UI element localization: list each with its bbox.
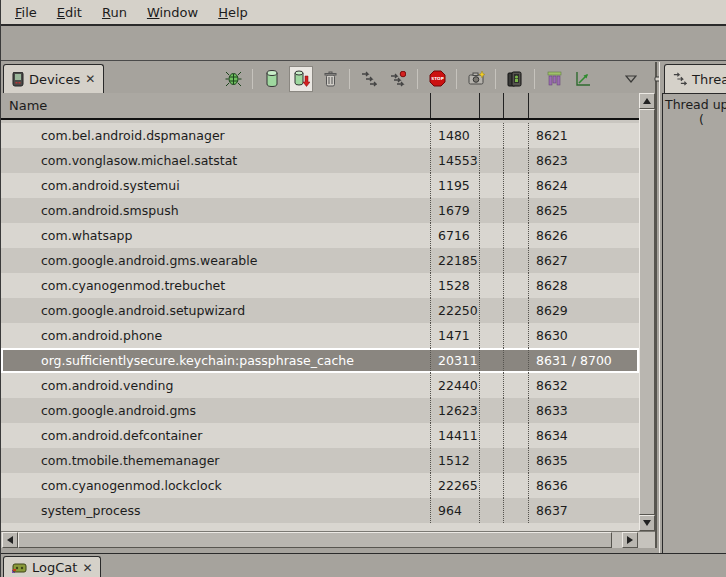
tab-devices-label: Devices bbox=[29, 72, 80, 87]
process-port: 8632 bbox=[529, 373, 639, 398]
tab-logcat[interactable]: LogCat ✕ bbox=[3, 556, 101, 577]
horizontal-scrollbar[interactable] bbox=[1, 531, 655, 548]
view-menu-icon[interactable] bbox=[619, 66, 643, 92]
process-port: 8628 bbox=[529, 273, 639, 298]
screen-capture-icon[interactable] bbox=[464, 66, 488, 92]
process-row[interactable]: com.cyanogenmod.trebuchet 1528 8628 bbox=[1, 273, 639, 298]
process-row[interactable]: com.google.android.gms 12623 8633 bbox=[1, 398, 639, 423]
process-name: com.vonglasow.michael.satstat bbox=[1, 148, 431, 173]
tab-threads-label: Threads bbox=[692, 72, 726, 87]
menu-bar: File Edit Run Window Help bbox=[1, 0, 726, 26]
process-name: com.whatsapp bbox=[1, 223, 431, 248]
column-header-pid[interactable] bbox=[431, 93, 480, 118]
devices-tabbar: Devices ✕ bbox=[1, 62, 655, 93]
process-port: 8631 / 8700 bbox=[529, 348, 639, 373]
process-name: com.bel.android.dspmanager bbox=[1, 123, 431, 148]
process-pid: 22250 bbox=[431, 298, 480, 323]
tab-devices[interactable]: Devices ✕ bbox=[3, 64, 104, 93]
vertical-scrollbar[interactable] bbox=[639, 93, 655, 531]
update-threads-icon[interactable] bbox=[357, 66, 381, 92]
scroll-up-icon[interactable] bbox=[639, 93, 655, 109]
process-row[interactable]: com.android.phone 1471 8630 bbox=[1, 323, 639, 348]
cause-gc-icon[interactable] bbox=[318, 66, 342, 92]
device-view-icon[interactable] bbox=[503, 66, 527, 92]
process-pid: 1195 bbox=[431, 173, 480, 198]
toolbar-separator bbox=[252, 69, 253, 89]
process-row[interactable]: com.bel.android.dspmanager 1480 8621 bbox=[1, 123, 639, 148]
process-pid: 22185 bbox=[431, 248, 480, 273]
stop-process-icon[interactable]: STOP bbox=[425, 66, 449, 92]
vertical-scrollbar-thumb[interactable] bbox=[639, 109, 655, 515]
threads-icon bbox=[673, 72, 687, 86]
process-row[interactable]: com.android.systemui 1195 8624 bbox=[1, 173, 639, 198]
process-pid: 964 bbox=[431, 498, 480, 523]
process-row[interactable]: system_process 964 8637 bbox=[1, 498, 639, 523]
process-row[interactable]: com.google.android.gms.wearable 22185 86… bbox=[1, 248, 639, 273]
process-name: com.google.android.setupwizard bbox=[1, 298, 431, 323]
process-pid: 12623 bbox=[431, 398, 480, 423]
process-row[interactable]: com.google.android.setupwizard 22250 862… bbox=[1, 298, 639, 323]
process-port: 8623 bbox=[529, 148, 639, 173]
process-pid: 1471 bbox=[431, 323, 480, 348]
toolbar-separator bbox=[534, 69, 535, 89]
process-row[interactable]: com.whatsapp 6716 8626 bbox=[1, 223, 639, 248]
column-header-empty2[interactable] bbox=[504, 93, 529, 118]
tab-logcat-label: LogCat bbox=[32, 560, 77, 575]
process-pid: 1679 bbox=[431, 198, 480, 223]
process-row[interactable]: com.cyanogenmod.lockclock 22265 8636 bbox=[1, 473, 639, 498]
threads-message-line1: Thread up bbox=[665, 97, 726, 112]
process-pid: 6716 bbox=[431, 223, 480, 248]
devices-toolbar: STOP bbox=[221, 64, 701, 93]
dump-hprof-icon[interactable] bbox=[289, 66, 313, 92]
horizontal-scrollbar-thumb[interactable] bbox=[18, 532, 612, 548]
tab-devices-close-icon[interactable]: ✕ bbox=[85, 72, 95, 86]
process-port: 8637 bbox=[529, 498, 639, 523]
main-toolbar-strip bbox=[1, 28, 726, 61]
column-header-name[interactable]: Name bbox=[1, 93, 431, 118]
menu-run[interactable]: Run bbox=[92, 2, 137, 23]
process-name: system_process bbox=[1, 498, 431, 523]
process-port: 8635 bbox=[529, 448, 639, 473]
process-port: 8634 bbox=[529, 423, 639, 448]
device-table-body: com.bel.android.dspmanager 1480 8621 com… bbox=[1, 120, 639, 531]
process-row[interactable]: com.android.defcontainer 14411 8634 bbox=[1, 423, 639, 448]
menu-file[interactable]: File bbox=[5, 2, 47, 23]
process-row[interactable]: com.vonglasow.michael.satstat 14553 8623 bbox=[1, 148, 639, 173]
process-port: 8629 bbox=[529, 298, 639, 323]
device-table-header: Name bbox=[1, 93, 639, 120]
logcat-bar: LogCat ✕ bbox=[1, 553, 726, 577]
process-port: 8624 bbox=[529, 173, 639, 198]
process-name: com.cyanogenmod.lockclock bbox=[1, 473, 431, 498]
column-header-empty1[interactable] bbox=[480, 93, 504, 118]
threads-panel: Threads Thread up ( bbox=[659, 62, 726, 553]
debug-process-icon[interactable] bbox=[221, 66, 245, 92]
process-row[interactable]: com.tmobile.thememanager 1512 8635 bbox=[1, 448, 639, 473]
menu-window[interactable]: Window bbox=[137, 2, 208, 23]
process-pid: 20311 bbox=[431, 348, 480, 373]
scroll-right-icon[interactable] bbox=[622, 532, 638, 548]
systrace-icon[interactable] bbox=[571, 66, 595, 92]
process-pid: 1512 bbox=[431, 448, 480, 473]
process-port: 8626 bbox=[529, 223, 639, 248]
process-pid: 22265 bbox=[431, 473, 480, 498]
scroll-left-icon[interactable] bbox=[2, 532, 18, 548]
process-name: org.sufficientlysecure.keychain:passphra… bbox=[1, 348, 431, 373]
toolbar-separator bbox=[495, 69, 496, 89]
tab-threads[interactable]: Threads bbox=[664, 64, 726, 93]
menu-edit[interactable]: Edit bbox=[47, 2, 92, 23]
process-pid: 14411 bbox=[431, 423, 480, 448]
process-row[interactable]: com.android.vending 22440 8632 bbox=[1, 373, 639, 398]
process-port: 8636 bbox=[529, 473, 639, 498]
menu-help[interactable]: Help bbox=[208, 2, 258, 23]
hierarchy-view-icon[interactable] bbox=[542, 66, 566, 92]
process-port: 8625 bbox=[529, 198, 639, 223]
column-header-port[interactable] bbox=[529, 93, 639, 118]
process-name: com.tmobile.thememanager bbox=[1, 448, 431, 473]
process-row[interactable]: com.android.smspush 1679 8625 bbox=[1, 198, 639, 223]
tab-logcat-close-icon[interactable]: ✕ bbox=[82, 561, 92, 575]
scroll-down-icon[interactable] bbox=[639, 515, 655, 531]
start-method-profiling-icon[interactable] bbox=[386, 66, 410, 92]
process-row[interactable]: org.sufficientlysecure.keychain:passphra… bbox=[1, 348, 639, 373]
process-pid: 22440 bbox=[431, 373, 480, 398]
update-heap-icon[interactable] bbox=[260, 66, 284, 92]
